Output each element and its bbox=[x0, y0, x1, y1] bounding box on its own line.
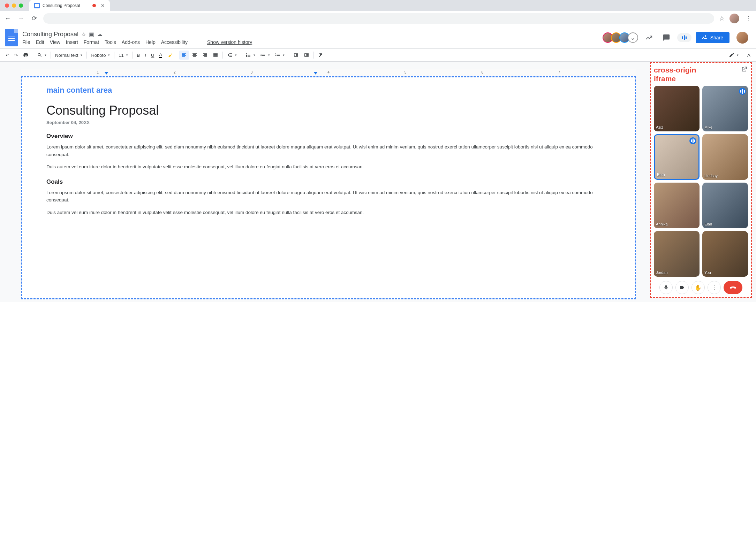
video-tile[interactable]: You bbox=[702, 231, 748, 277]
account-avatar[interactable] bbox=[736, 32, 748, 44]
share-button[interactable]: Share bbox=[696, 32, 729, 43]
print-button[interactable] bbox=[21, 51, 31, 60]
participant-name: Aziz bbox=[656, 125, 663, 129]
maximize-window-icon[interactable] bbox=[19, 3, 23, 8]
menu-format[interactable]: Format bbox=[84, 39, 99, 45]
video-tile[interactable]: Mike bbox=[702, 86, 748, 131]
menu-help[interactable]: Help bbox=[145, 39, 156, 45]
video-tile[interactable]: Annika bbox=[654, 183, 700, 228]
line-spacing-button[interactable] bbox=[225, 51, 239, 60]
align-right-button[interactable] bbox=[200, 51, 210, 60]
highlight-button[interactable] bbox=[165, 51, 175, 60]
meet-activity-chip[interactable] bbox=[677, 33, 691, 42]
participant-name: Mike bbox=[704, 125, 712, 129]
docs-logo-icon[interactable] bbox=[5, 29, 18, 46]
collaborator-more[interactable]: ⌄ bbox=[628, 32, 638, 43]
forward-icon[interactable]: → bbox=[17, 15, 25, 22]
document-area: 1 2 3 4 5 6 7 main content area Consulti… bbox=[0, 62, 650, 302]
meet-iframe-panel: cross-origin iframe AzizMikeBethLindsayA… bbox=[650, 62, 752, 298]
document-page[interactable]: main content area Consulting Proposal Se… bbox=[21, 76, 636, 299]
star-icon[interactable]: ☆ bbox=[81, 31, 86, 38]
back-icon[interactable]: ← bbox=[3, 15, 12, 22]
document-date: September 04, 20XX bbox=[46, 120, 611, 125]
menu-addons[interactable]: Add-ons bbox=[122, 39, 140, 45]
style-select[interactable]: Normal text bbox=[53, 51, 84, 60]
document-title[interactable]: Consulting Proposal bbox=[22, 31, 78, 38]
bullet-list-button[interactable] bbox=[258, 51, 272, 60]
raise-hand-button[interactable]: ✋ bbox=[691, 281, 705, 294]
zoom-select[interactable] bbox=[35, 51, 48, 59]
redo-button[interactable]: ↷ bbox=[12, 51, 20, 60]
address-bar: ← → ⟳ ☆ ⋮ bbox=[0, 11, 756, 26]
paragraph: Duis autem vel eum iriure dolor in hendr… bbox=[46, 163, 611, 171]
menu-file[interactable]: File bbox=[22, 39, 30, 45]
font-select[interactable]: Roboto bbox=[89, 51, 112, 60]
section-heading: Overview bbox=[46, 133, 611, 140]
underline-button[interactable]: U bbox=[149, 51, 156, 60]
editing-mode-button[interactable] bbox=[727, 51, 741, 60]
video-tile[interactable]: Aziz bbox=[654, 86, 700, 131]
paragraph: Lorem ipsum dolor sit amet, consectetuer… bbox=[46, 189, 611, 204]
close-tab-icon[interactable]: ✕ bbox=[101, 3, 105, 8]
video-tile[interactable]: Elad bbox=[702, 183, 748, 228]
version-history-link[interactable]: Show version history bbox=[207, 39, 252, 45]
undo-button[interactable]: ↶ bbox=[3, 51, 12, 60]
video-tile[interactable]: Beth bbox=[654, 134, 700, 180]
align-justify-button[interactable] bbox=[211, 51, 220, 60]
cloud-status-icon[interactable]: ☁ bbox=[97, 31, 103, 38]
window-controls bbox=[0, 0, 28, 11]
paragraph: Lorem ipsum dolor sit amet, consectetuer… bbox=[46, 143, 611, 158]
url-input[interactable] bbox=[43, 13, 714, 24]
italic-button[interactable]: I bbox=[143, 51, 148, 60]
bold-button[interactable]: B bbox=[135, 51, 142, 60]
hangup-button[interactable] bbox=[724, 281, 742, 294]
menu-accessibility[interactable]: Accessibility bbox=[161, 39, 188, 45]
bookmark-icon[interactable]: ☆ bbox=[719, 15, 725, 22]
document-heading: Consulting Proposal bbox=[46, 103, 611, 118]
participant-name: Beth bbox=[657, 173, 665, 177]
video-tile[interactable]: Lindsay bbox=[702, 134, 748, 180]
paragraph: Duis autem vel eum iriure dolor in hendr… bbox=[46, 209, 611, 216]
popout-icon[interactable] bbox=[741, 66, 747, 72]
menu-tools[interactable]: Tools bbox=[105, 39, 116, 45]
hide-menus-icon[interactable]: ᐱ bbox=[745, 51, 753, 60]
close-window-icon[interactable] bbox=[5, 3, 9, 8]
annotation-main-area: main content area bbox=[46, 86, 611, 95]
camera-button[interactable] bbox=[675, 281, 689, 294]
speaking-indicator-icon bbox=[739, 88, 746, 95]
indent-decrease-button[interactable] bbox=[291, 51, 301, 60]
menu-insert[interactable]: Insert bbox=[66, 39, 78, 45]
checklist-button[interactable] bbox=[243, 51, 257, 60]
video-tile[interactable]: Jordan bbox=[654, 231, 700, 277]
menu-view[interactable]: View bbox=[50, 39, 60, 45]
mute-button[interactable] bbox=[659, 281, 673, 294]
clear-format-button[interactable] bbox=[316, 51, 326, 60]
browser-tab[interactable]: Consulting Proposal ✕ bbox=[29, 0, 110, 11]
sound-wave-icon bbox=[682, 35, 687, 40]
size-select[interactable]: 11 bbox=[116, 51, 130, 60]
minimize-window-icon[interactable] bbox=[12, 3, 16, 8]
menu-edit[interactable]: Edit bbox=[36, 39, 44, 45]
reload-icon[interactable]: ⟳ bbox=[30, 15, 38, 22]
share-icon bbox=[702, 35, 708, 40]
text-color-button[interactable]: A bbox=[157, 50, 164, 60]
trends-icon[interactable] bbox=[645, 34, 653, 41]
number-list-button[interactable] bbox=[273, 51, 287, 60]
participant-name: Lindsay bbox=[704, 174, 718, 178]
comments-icon[interactable] bbox=[663, 34, 670, 41]
presence-avatars: ⌄ bbox=[605, 32, 638, 43]
annotation-iframe: cross-origin iframe bbox=[654, 66, 748, 83]
call-controls: ✋ ⋮ bbox=[654, 281, 748, 294]
indent-increase-button[interactable] bbox=[302, 51, 311, 60]
indent-marker-icon[interactable] bbox=[314, 72, 317, 75]
align-left-button[interactable] bbox=[179, 51, 189, 60]
browser-chrome: Consulting Proposal ✕ bbox=[0, 0, 756, 11]
browser-menu-icon[interactable]: ⋮ bbox=[744, 15, 753, 22]
move-icon[interactable]: ▣ bbox=[89, 31, 94, 38]
tab-title: Consulting Proposal bbox=[43, 3, 80, 8]
more-options-button[interactable]: ⋮ bbox=[708, 281, 721, 294]
align-center-button[interactable] bbox=[190, 51, 199, 60]
toolbar: ↶ ↷ Normal text Roboto 11 B I U A bbox=[0, 48, 756, 62]
ruler[interactable]: 1 2 3 4 5 6 7 bbox=[21, 69, 636, 76]
profile-avatar[interactable] bbox=[729, 14, 739, 23]
